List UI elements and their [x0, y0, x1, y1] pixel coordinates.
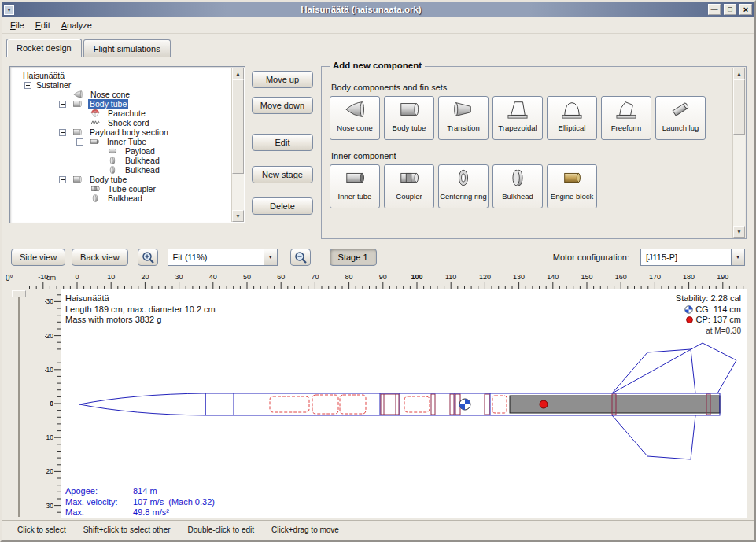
side-view-button[interactable]: Side view	[11, 249, 65, 266]
tab-rocket-design[interactable]: Rocket design	[6, 39, 82, 57]
tree-item[interactable]: Sustainer	[10, 80, 230, 90]
trapezoidal-fin-icon	[505, 99, 530, 120]
app-icon: ▾	[4, 5, 14, 15]
svg-text:80: 80	[345, 273, 353, 281]
add-trapezoidal-fin-button[interactable]: Trapezoidal	[492, 96, 543, 140]
title-bar[interactable]: ▾ Haisunäätä (haisunaata.ork) — □ ×	[2, 2, 754, 17]
add-launch-lug-button[interactable]: Launch lug	[655, 96, 706, 140]
scroll-up-icon[interactable]: ▲	[733, 68, 745, 79]
inner-component-row: Inner tube Coupler Centering ring Bulkhe…	[330, 164, 725, 208]
scroll-up-icon[interactable]: ▲	[232, 68, 244, 79]
bodytube-icon	[396, 99, 422, 120]
delete-button[interactable]: Delete	[252, 197, 313, 215]
menu-edit[interactable]: Edit	[30, 19, 56, 31]
innertube-icon	[342, 168, 367, 188]
tree-item[interactable]: Body tube	[10, 175, 230, 184]
add-panel-scrollbar[interactable]: ▲ ▼	[732, 68, 745, 238]
chevron-down-icon[interactable]: ▼	[264, 249, 277, 265]
back-view-button[interactable]: Back view	[72, 249, 128, 266]
add-elliptical-fin-button[interactable]: Elliptical	[547, 96, 597, 140]
collapse-icon[interactable]	[76, 138, 83, 146]
add-body-tube-button[interactable]: Body tube	[384, 96, 434, 140]
maximize-button[interactable]: □	[724, 4, 736, 15]
apogee-label: Apogee:	[65, 486, 133, 497]
scroll-down-icon[interactable]: ▼	[232, 210, 244, 222]
motor-configuration-label: Motor configuration:	[553, 253, 629, 262]
move-up-button[interactable]: Move up	[252, 71, 313, 88]
tree-item[interactable]: Bulkhead	[10, 165, 230, 175]
svg-text:60: 60	[277, 273, 285, 281]
zoom-level-value: Fit (11%)	[168, 249, 264, 265]
tab-strip: Rocket design Flight simulations	[2, 34, 754, 57]
zoom-out-button[interactable]	[290, 249, 311, 266]
tree-item[interactable]: Haisunäätä	[10, 71, 230, 80]
component-tree[interactable]: Haisunäätä Sustainer Nose cone Body tube…	[9, 66, 245, 223]
collapse-icon[interactable]	[24, 82, 31, 89]
menu-bar: File Edit Analyze	[2, 17, 754, 34]
add-transition-button[interactable]: Transition	[438, 96, 489, 140]
add-bulkhead-button[interactable]: Bulkhead	[492, 164, 543, 208]
body-components-label: Body components and fin sets	[331, 83, 725, 92]
chevron-down-icon[interactable]: ▼	[731, 249, 744, 265]
stage-1-toggle[interactable]: Stage 1	[330, 249, 377, 266]
motor-configuration-select[interactable]: [J115-P] ▼	[640, 249, 745, 266]
svg-text:70: 70	[311, 273, 319, 281]
new-stage-button[interactable]: New stage	[252, 166, 313, 183]
rocket-canvas[interactable]: Haisunäätä Length 189 cm, max. diameter …	[61, 289, 747, 518]
centering-ring-icon	[451, 168, 476, 188]
tree-item-label: Bulkhead	[124, 165, 161, 175]
collapse-icon[interactable]	[59, 129, 66, 136]
bulkh ead-icon	[87, 194, 103, 203]
tree-item[interactable]: Bulkhead	[10, 194, 230, 203]
tree-scrollbar[interactable]: ▲ ▼	[231, 68, 244, 222]
scrollbar-thumb[interactable]	[232, 79, 244, 174]
add-component-title: Add new component	[330, 61, 425, 70]
tree-item[interactable]: Payload body section	[10, 127, 230, 137]
add-coupler-button[interactable]: Coupler	[384, 164, 434, 208]
tree-item[interactable]: Shock cord	[10, 118, 230, 127]
scrollbar-thumb[interactable]	[733, 79, 745, 135]
add-nose-cone-button[interactable]: Nose cone	[330, 96, 380, 140]
rotation-slider-handle[interactable]	[12, 290, 26, 297]
window-title: Haisunäätä (haisunaata.ork)	[17, 5, 705, 14]
collapse-icon[interactable]	[59, 101, 66, 108]
add-engine-block-button[interactable]: Engine block	[547, 164, 597, 208]
stability-info: Stability: 2.28 cal CG: 114 cm CP: 137 c…	[676, 293, 741, 336]
add-freeform-fin-button[interactable]: Freeform	[601, 96, 651, 140]
add-inner-tube-button[interactable]: Inner tube	[330, 164, 380, 208]
innertube-icon	[87, 137, 102, 146]
svg-text:170: 170	[649, 273, 661, 281]
nosecone-icon	[70, 90, 86, 99]
tree-item-label: Haisunäätä	[21, 71, 66, 80]
tree-item[interactable]: Bulkhead	[10, 156, 230, 165]
cg-value: CG: 114 cm	[695, 304, 741, 314]
body-component-row: Nose cone Body tube Transition Trapezoid…	[330, 96, 725, 140]
rocket-info: Haisunäätä Length 189 cm, max. diameter …	[65, 293, 216, 326]
apogee-value: 814 m	[133, 486, 157, 497]
tree-item[interactable]: Tube coupler	[10, 184, 230, 194]
edit-button[interactable]: Edit	[252, 134, 313, 151]
tree-item-selected[interactable]: Body tube	[10, 99, 230, 109]
hint-double-click: Double-click to edit	[188, 525, 254, 534]
svg-text:30: 30	[46, 502, 54, 510]
max-acceleration-label: Max. acceleration:	[65, 507, 133, 518]
zoom-in-button[interactable]	[138, 249, 158, 266]
tree-item[interactable]: Parachute	[10, 109, 230, 118]
close-button[interactable]: ×	[739, 4, 752, 15]
tree-item[interactable]: Inner Tube	[10, 137, 230, 146]
collapse-icon[interactable]	[59, 176, 66, 183]
menu-file[interactable]: File	[5, 19, 30, 31]
tab-flight-simulations[interactable]: Flight simulations	[83, 39, 171, 57]
add-centering-ring-button[interactable]: Centering ring	[438, 164, 489, 208]
zoom-level-select[interactable]: Fit (11%) ▼	[168, 249, 278, 266]
tree-item[interactable]: Nose cone	[10, 90, 230, 99]
minimize-button[interactable]: —	[708, 4, 721, 15]
tree-item[interactable]: Payload	[10, 146, 230, 156]
rotation-slider[interactable]	[18, 292, 20, 517]
move-down-button[interactable]: Move down	[252, 97, 313, 114]
scroll-down-icon[interactable]: ▼	[733, 226, 745, 238]
svg-text:-20: -20	[45, 332, 53, 340]
max-acceleration-value: 49.8 m/s²	[133, 507, 169, 518]
coupler-icon	[396, 168, 422, 188]
menu-analyze[interactable]: Analyze	[56, 19, 98, 31]
